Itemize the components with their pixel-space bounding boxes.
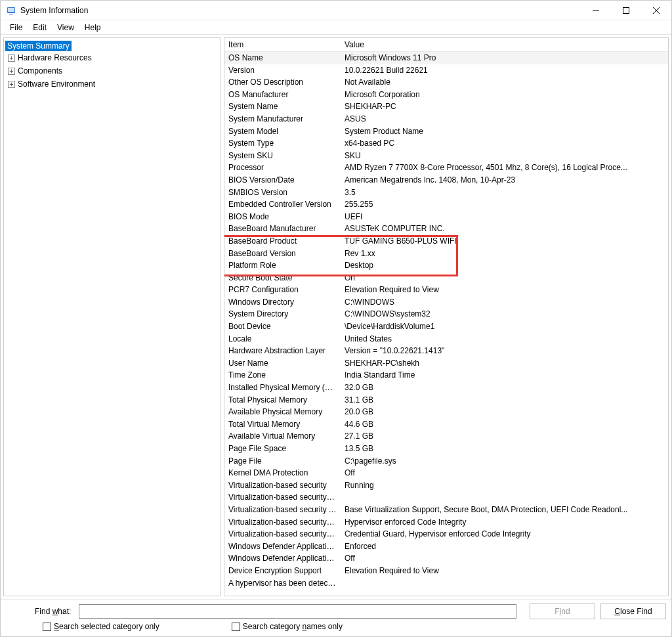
cell-value: UEFI: [341, 211, 668, 223]
cell-item: OS Manufacturer: [224, 89, 341, 101]
cell-item: Virtualization-based security: [224, 479, 341, 492]
details-row[interactable]: System SKUSKU: [224, 150, 668, 162]
find-bar: Find what: Find Close Find Search select…: [1, 599, 671, 636]
search-selected-category-checkbox[interactable]: Search selected category only: [43, 622, 159, 631]
maximize-button[interactable]: [611, 1, 641, 20]
details-row[interactable]: Virtualization-based security Se...Crede…: [224, 528, 668, 540]
details-row[interactable]: Available Virtual Memory27.1 GB: [224, 430, 668, 443]
details-row[interactable]: Windows Defender Application...Enforced: [224, 540, 668, 553]
cell-item: Other OS Description: [224, 76, 341, 89]
details-row[interactable]: System DirectoryC:\WINDOWS\system32: [224, 308, 668, 320]
cell-item: SMBIOS Version: [224, 187, 341, 199]
menu-file[interactable]: File: [5, 22, 28, 33]
details-row[interactable]: Virtualization-based security Av...Base …: [224, 504, 668, 516]
details-row[interactable]: Total Virtual Memory44.6 GB: [224, 418, 668, 431]
cell-value: Rev 1.xx: [341, 248, 668, 260]
column-header-item[interactable]: Item: [224, 38, 341, 51]
cell-value: Hypervisor enforced Code Integrity: [341, 516, 668, 529]
cell-item: System Manufacturer: [224, 113, 341, 125]
details-row[interactable]: Total Physical Memory31.1 GB: [224, 394, 668, 406]
cell-value: Version = "10.0.22621.1413": [341, 345, 668, 357]
expander-icon[interactable]: +: [8, 81, 15, 88]
details-row[interactable]: BaseBoard VersionRev 1.xx: [224, 248, 668, 260]
menubar: File Edit View Help: [1, 20, 671, 35]
cell-value: Elevation Required to View: [341, 284, 668, 296]
find-button[interactable]: Find: [530, 604, 595, 619]
menu-help[interactable]: Help: [79, 22, 106, 33]
find-what-input[interactable]: [79, 604, 516, 619]
expander-icon[interactable]: +: [8, 68, 15, 75]
cell-value: Enforced: [341, 540, 668, 553]
details-row[interactable]: Available Physical Memory20.0 GB: [224, 406, 668, 418]
cell-value: American Megatrends Inc. 1408, Mon, 10-A…: [341, 174, 668, 187]
cell-value: Credential Guard, Hypervisor enforced Co…: [341, 528, 668, 540]
details-row[interactable]: A hypervisor has been detecte...: [224, 577, 668, 590]
tree-item-software-environment[interactable]: + Software Environment: [5, 77, 219, 91]
details-row[interactable]: OS NameMicrosoft Windows 11 Pro: [224, 52, 668, 64]
details-row[interactable]: Hardware Abstraction LayerVersion = "10.…: [224, 345, 668, 357]
details-row[interactable]: BaseBoard ManufacturerASUSTeK COMPUTER I…: [224, 223, 668, 235]
details-row[interactable]: System Typex64-based PC: [224, 137, 668, 150]
details-row[interactable]: Virtualization-based securityRunning: [224, 479, 668, 492]
details-row[interactable]: System ManufacturerASUS: [224, 113, 668, 125]
details-row[interactable]: LocaleUnited States: [224, 333, 668, 345]
cell-item: System Type: [224, 137, 341, 150]
cell-value: Microsoft Corporation: [341, 89, 668, 101]
svg-rect-1: [8, 8, 14, 12]
details-row[interactable]: Page File Space13.5 GB: [224, 443, 668, 455]
details-row[interactable]: Page FileC:\pagefile.sys: [224, 455, 668, 468]
checkbox-icon[interactable]: [43, 623, 51, 631]
close-find-button[interactable]: Close Find: [600, 604, 666, 619]
cell-item: Available Physical Memory: [224, 406, 341, 418]
cell-item: System Model: [224, 125, 341, 138]
details-row[interactable]: ProcessorAMD Ryzen 7 7700X 8-Core Proces…: [224, 162, 668, 174]
tree-item-hardware-resources[interactable]: + Hardware Resources: [5, 51, 219, 64]
details-row[interactable]: User NameSHEKHAR-PC\shekh: [224, 357, 668, 370]
app-icon: [6, 5, 16, 16]
cell-value: [341, 577, 668, 590]
details-row[interactable]: Secure Boot StateOn: [224, 272, 668, 284]
expander-icon[interactable]: +: [8, 55, 15, 62]
details-row[interactable]: OS ManufacturerMicrosoft Corporation: [224, 89, 668, 101]
close-button[interactable]: [641, 1, 671, 20]
details-row[interactable]: BIOS Version/DateAmerican Megatrends Inc…: [224, 174, 668, 187]
details-row[interactable]: Other OS DescriptionNot Available: [224, 76, 668, 89]
details-row[interactable]: Time ZoneIndia Standard Time: [224, 369, 668, 382]
details-row[interactable]: Virtualization-based security Se...Hyper…: [224, 516, 668, 529]
details-row[interactable]: Boot Device\Device\HarddiskVolume1: [224, 320, 668, 333]
menu-view[interactable]: View: [52, 22, 79, 33]
details-row[interactable]: Virtualization-based security Re...: [224, 491, 668, 504]
cell-value: 32.0 GB: [341, 382, 668, 394]
details-row[interactable]: Kernel DMA ProtectionOff: [224, 467, 668, 479]
cell-item: Platform Role: [224, 259, 341, 272]
details-pane: Item Value OS NameMicrosoft Windows 11 P…: [224, 37, 669, 596]
cell-item: Total Physical Memory: [224, 394, 341, 406]
minimize-button[interactable]: [581, 1, 611, 20]
details-row[interactable]: Windows DirectoryC:\WINDOWS: [224, 296, 668, 309]
details-row[interactable]: BIOS ModeUEFI: [224, 211, 668, 223]
details-row[interactable]: Version10.0.22621 Build 22621: [224, 64, 668, 77]
details-row[interactable]: Installed Physical Memory (RAM)32.0 GB: [224, 382, 668, 394]
details-row[interactable]: System NameSHEKHAR-PC: [224, 100, 668, 113]
tree-item-components[interactable]: + Components: [5, 64, 219, 77]
cell-item: BaseBoard Version: [224, 248, 341, 260]
details-row[interactable]: Windows Defender Application...Off: [224, 552, 668, 565]
details-row[interactable]: System ModelSystem Product Name: [224, 125, 668, 138]
cell-value: Off: [341, 467, 668, 479]
details-row[interactable]: BaseBoard ProductTUF GAMING B650-PLUS WI…: [224, 235, 668, 248]
cell-item: Installed Physical Memory (RAM): [224, 382, 341, 394]
checkbox-icon[interactable]: [232, 623, 240, 631]
search-category-names-checkbox[interactable]: Search category names only: [232, 622, 343, 631]
details-row[interactable]: PCR7 ConfigurationElevation Required to …: [224, 284, 668, 296]
cell-item: User Name: [224, 357, 341, 370]
cell-value: System Product Name: [341, 125, 668, 138]
menu-edit[interactable]: Edit: [28, 22, 52, 33]
find-what-label: Find what:: [6, 607, 71, 616]
column-header-value[interactable]: Value: [341, 38, 668, 51]
tree-root-system-summary[interactable]: System Summary: [5, 41, 72, 51]
cell-item: System Directory: [224, 308, 341, 320]
details-row[interactable]: Platform RoleDesktop: [224, 259, 668, 272]
details-row[interactable]: Embedded Controller Version255.255: [224, 198, 668, 211]
details-row[interactable]: SMBIOS Version3.5: [224, 187, 668, 199]
details-row[interactable]: Device Encryption SupportElevation Requi…: [224, 565, 668, 577]
